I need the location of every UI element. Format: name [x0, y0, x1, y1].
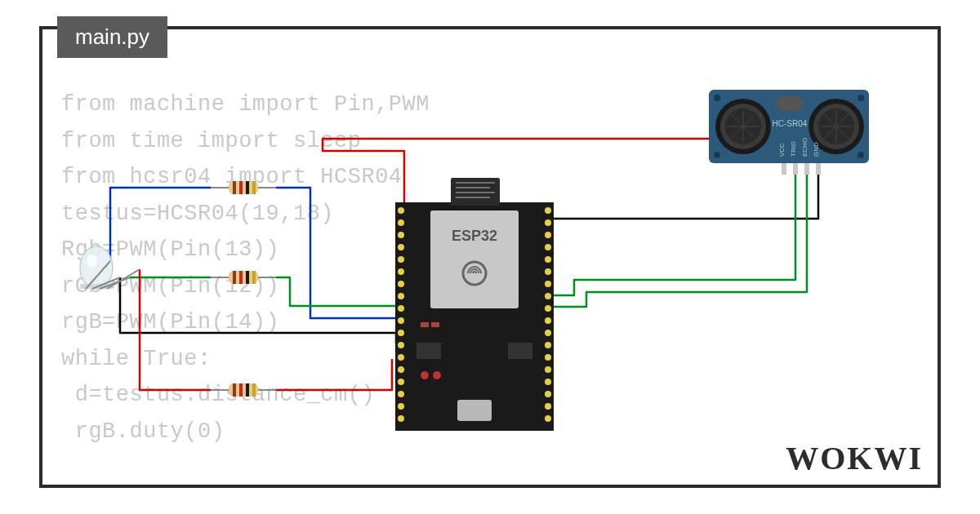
- svg-point-61: [545, 232, 551, 238]
- wire-led-g: [130, 277, 399, 317]
- svg-text:TRIG: TRIG: [790, 141, 797, 157]
- svg-point-35: [421, 371, 429, 379]
- svg-rect-3: [239, 181, 243, 194]
- wokwi-brand: WOKWI: [786, 439, 923, 477]
- svg-rect-89: [782, 163, 786, 175]
- svg-point-73: [545, 379, 551, 385]
- svg-rect-19: [252, 383, 256, 397]
- wire-trig: [549, 170, 795, 295]
- svg-rect-12: [252, 271, 256, 284]
- svg-point-76: [545, 415, 551, 422]
- circuit-diagram: ESP32: [0, 0, 980, 514]
- svg-point-71: [545, 354, 551, 361]
- svg-rect-37: [421, 322, 429, 327]
- svg-point-72: [545, 366, 551, 373]
- svg-point-47: [398, 293, 404, 299]
- svg-point-64: [545, 268, 551, 275]
- svg-rect-2: [233, 181, 236, 194]
- svg-point-62: [545, 244, 551, 250]
- svg-rect-4: [246, 181, 249, 194]
- resistor-2: [211, 271, 276, 284]
- svg-point-51: [398, 342, 404, 348]
- esp32-board-icon: ESP32: [395, 178, 554, 431]
- svg-text:GND: GND: [813, 142, 820, 157]
- svg-point-96: [858, 152, 864, 158]
- svg-point-56: [398, 403, 404, 410]
- svg-point-45: [398, 268, 404, 275]
- svg-point-74: [545, 391, 551, 397]
- svg-point-42: [398, 232, 404, 238]
- svg-rect-91: [804, 163, 809, 175]
- svg-point-48: [398, 305, 404, 312]
- wire-gnd: [549, 170, 818, 219]
- svg-point-60: [545, 219, 551, 226]
- svg-point-57: [398, 415, 404, 422]
- svg-rect-90: [793, 163, 798, 175]
- wire-led-gnd: [120, 277, 396, 343]
- svg-point-52: [398, 354, 404, 361]
- svg-text:VCC: VCC: [778, 143, 786, 157]
- svg-rect-33: [416, 343, 441, 359]
- svg-rect-30: [430, 210, 519, 308]
- svg-point-49: [398, 317, 404, 324]
- svg-point-75: [545, 403, 551, 410]
- svg-rect-9: [233, 271, 236, 284]
- svg-point-44: [398, 256, 404, 263]
- svg-rect-29: [451, 178, 500, 206]
- svg-rect-32: [457, 400, 492, 421]
- svg-point-69: [545, 330, 551, 336]
- svg-point-70: [545, 342, 551, 348]
- svg-point-95: [714, 152, 720, 158]
- svg-text:ECHO: ECHO: [801, 138, 808, 157]
- svg-rect-16: [233, 383, 236, 397]
- svg-point-43: [398, 244, 404, 250]
- svg-point-93: [714, 95, 720, 101]
- svg-point-50: [398, 330, 404, 336]
- svg-point-46: [398, 281, 404, 287]
- resistor-1: [211, 181, 276, 194]
- svg-point-41: [398, 219, 404, 226]
- svg-point-63: [545, 256, 551, 263]
- file-tab: main.py: [57, 16, 167, 58]
- hcsr04-label: HC-SR04: [773, 119, 808, 128]
- svg-point-54: [398, 379, 404, 385]
- hcsr04-sensor-icon: HC-SR04 VCC TRIG ECHO GND: [709, 90, 869, 175]
- svg-point-36: [433, 371, 441, 379]
- wire-echo: [549, 170, 807, 307]
- wire-led-b: [140, 269, 392, 390]
- svg-rect-18: [246, 383, 249, 397]
- svg-point-55: [398, 391, 404, 397]
- svg-rect-92: [816, 163, 821, 175]
- svg-rect-84: [776, 96, 804, 111]
- svg-point-94: [858, 95, 864, 101]
- svg-point-67: [545, 305, 551, 312]
- svg-rect-11: [246, 271, 249, 284]
- svg-rect-17: [239, 383, 243, 397]
- esp32-label: ESP32: [452, 228, 497, 244]
- svg-rect-38: [431, 322, 439, 327]
- svg-point-22: [87, 255, 97, 268]
- svg-point-53: [398, 366, 404, 373]
- svg-point-65: [545, 281, 551, 287]
- svg-point-68: [545, 317, 551, 324]
- svg-point-66: [545, 293, 551, 299]
- svg-point-40: [398, 207, 404, 214]
- svg-rect-10: [239, 271, 243, 284]
- svg-rect-34: [508, 343, 532, 359]
- resistor-3: [211, 383, 276, 397]
- svg-point-59: [545, 207, 551, 214]
- svg-rect-5: [252, 181, 256, 194]
- wire-led-r: [110, 188, 406, 329]
